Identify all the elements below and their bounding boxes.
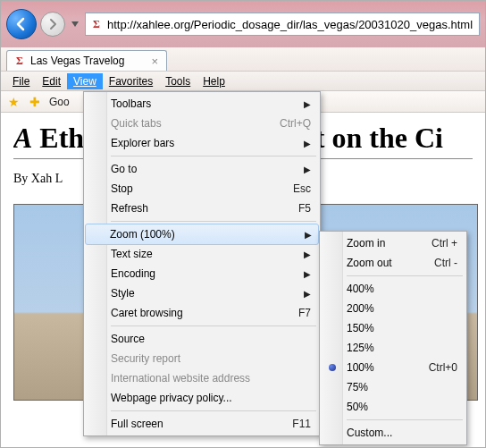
menu-item-textsize[interactable]: Text size▶: [86, 244, 318, 264]
menu-item-caret[interactable]: Caret browsingF7: [86, 303, 318, 323]
menu-item-refresh[interactable]: RefreshF5: [86, 199, 318, 218]
nav-row: Σ http://xahlee.org/Periodic_dosage_dir/…: [6, 6, 480, 42]
tab-close-button[interactable]: ×: [148, 55, 161, 68]
menu-item-fullscreen[interactable]: Full screenF11: [86, 414, 318, 434]
menu-separator: [111, 325, 316, 326]
menu-item-explorerbars[interactable]: Explorer bars▶: [86, 133, 318, 153]
menu-item-style[interactable]: Style▶: [86, 283, 318, 303]
zoom-submenu: Zoom inCtrl + Zoom outCtrl - 400% 200% 1…: [319, 231, 467, 445]
menu-separator: [347, 419, 463, 420]
menu-item-zoomin[interactable]: Zoom inCtrl +: [322, 233, 465, 253]
window-titlebar-area: Σ http://xahlee.org/Periodic_dosage_dir/…: [1, 1, 485, 47]
favorites-star-icon[interactable]: ★: [6, 95, 21, 109]
menu-item-toolbars[interactable]: Toolbars▶: [86, 94, 318, 114]
tab-strip: Σ Las Vegas Travelog ×: [1, 47, 485, 72]
add-favorite-icon[interactable]: ✚: [28, 95, 42, 109]
menu-item-zoom-200[interactable]: 200%: [322, 299, 465, 318]
menu-bar: File Edit View Favorites Tools Help: [1, 72, 485, 91]
address-bar[interactable]: Σ http://xahlee.org/Periodic_dosage_dir/…: [85, 13, 480, 36]
menu-item-zoom-custom[interactable]: Custom...: [322, 423, 465, 443]
menu-item-intl: International website address: [86, 368, 318, 388]
browser-tab[interactable]: Σ Las Vegas Travelog ×: [6, 50, 167, 71]
view-menu-dropdown: Toolbars▶ Quick tabsCtrl+Q Explorer bars…: [83, 91, 321, 436]
radio-selected-icon: [329, 364, 336, 371]
tab-icon: Σ: [13, 54, 27, 68]
back-button[interactable]: [6, 9, 37, 39]
menu-item-zoom-400[interactable]: 400%: [322, 279, 465, 299]
menu-item-zoom-125[interactable]: 125%: [322, 338, 465, 358]
forward-button[interactable]: [40, 12, 65, 37]
menu-separator: [111, 221, 316, 222]
menu-separator: [347, 275, 463, 276]
menu-separator: [111, 410, 316, 411]
menu-separator: [111, 156, 316, 156]
menu-item-quicktabs: Quick tabsCtrl+Q: [86, 114, 318, 133]
menu-file[interactable]: File: [6, 73, 36, 89]
menu-favorites[interactable]: Favorites: [103, 73, 159, 89]
nav-history-dropdown[interactable]: [69, 12, 81, 37]
menu-item-zoom-150[interactable]: 150%: [322, 318, 465, 338]
menu-item-security: Security report: [86, 349, 318, 368]
menu-item-zoom-75[interactable]: 75%: [322, 377, 465, 397]
menu-help[interactable]: Help: [197, 73, 231, 89]
site-icon: Σ: [89, 17, 104, 31]
menu-item-zoom[interactable]: Zoom (100%)▶: [85, 224, 319, 245]
menu-view[interactable]: View: [67, 73, 103, 89]
menu-item-zoomout[interactable]: Zoom outCtrl -: [322, 253, 465, 273]
heading-initial: A: [13, 122, 32, 154]
menu-item-source[interactable]: Source: [86, 329, 318, 349]
menu-tools[interactable]: Tools: [159, 73, 197, 89]
menu-item-encoding[interactable]: Encoding▶: [86, 264, 318, 283]
menu-item-zoom-50[interactable]: 50%: [322, 397, 465, 417]
tab-title: Las Vegas Travelog: [30, 55, 124, 67]
menu-item-stop[interactable]: StopEsc: [86, 179, 318, 199]
menu-item-privacy[interactable]: Webpage privacy policy...: [86, 388, 318, 408]
url-text: http://xahlee.org/Periodic_dosage_dir/la…: [107, 18, 473, 31]
favorites-item[interactable]: Goo: [49, 96, 70, 108]
menu-item-goto[interactable]: Go to▶: [86, 159, 318, 179]
menu-edit[interactable]: Edit: [36, 73, 67, 89]
menu-item-zoom-100[interactable]: 100%Ctrl+0: [322, 358, 465, 377]
